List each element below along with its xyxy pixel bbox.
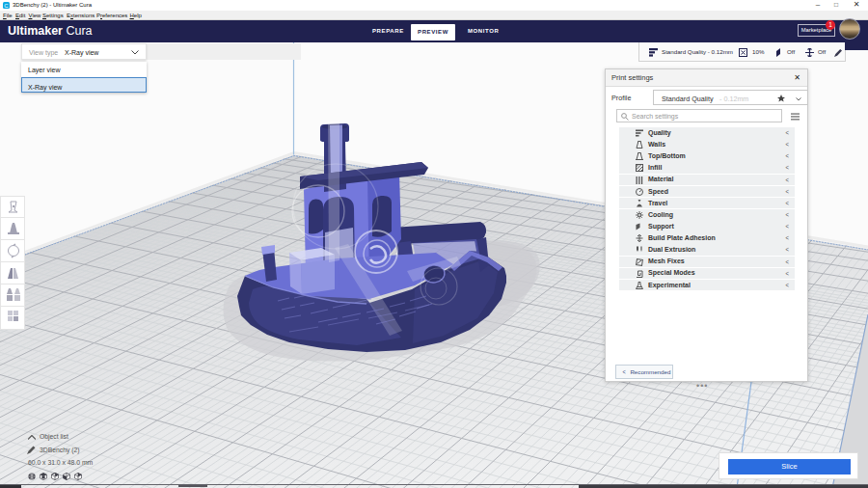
svg-text:C: C [4, 3, 9, 9]
